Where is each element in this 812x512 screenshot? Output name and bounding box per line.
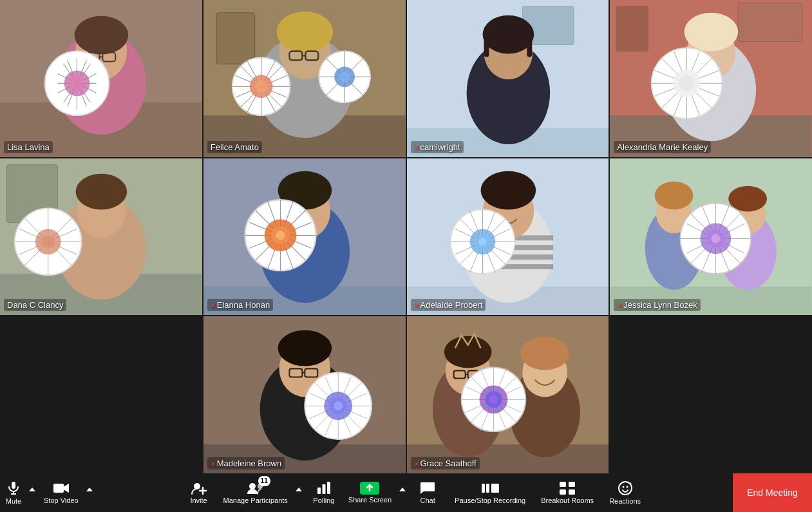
svg-rect-53 <box>527 35 532 57</box>
participant-cell-cami[interactable]: ✕camiwright <box>407 0 609 157</box>
svg-point-210 <box>626 486 628 488</box>
video-grid: Lisa Lavina <box>0 0 812 473</box>
svg-rect-204 <box>560 482 566 487</box>
participant-name-cami: ✕camiwright <box>411 141 464 153</box>
participant-name-elanna: ✕Elanna Honan <box>207 299 273 311</box>
svg-point-129 <box>655 181 694 209</box>
pause-recording-button[interactable]: Pause/Stop Recording <box>447 478 533 507</box>
svg-point-4 <box>75 16 129 55</box>
chat-icon <box>420 481 435 495</box>
chat-button[interactable]: Chat <box>408 478 447 507</box>
participant-name-alex: Alexandria Marie Kealey <box>614 141 711 153</box>
svg-point-71 <box>679 75 695 91</box>
invite-button[interactable]: Invite <box>180 478 218 507</box>
svg-point-195 <box>249 483 256 489</box>
share-screen-button-group[interactable]: Share Screen <box>343 475 408 510</box>
svg-point-51 <box>482 15 534 54</box>
svg-rect-21 <box>216 13 255 64</box>
participant-name-jessica: ✕Jessica Lynn Bozek <box>614 299 700 311</box>
video-chevron[interactable] <box>84 482 95 504</box>
svg-point-24 <box>276 12 333 53</box>
svg-point-38 <box>254 80 267 93</box>
svg-rect-191 <box>53 484 64 493</box>
svg-point-112 <box>480 171 536 209</box>
svg-rect-203 <box>491 484 499 493</box>
svg-point-149 <box>278 330 332 366</box>
manage-participants-button[interactable]: 11 Manage Participants <box>218 478 293 507</box>
share-screen-label: Share Screen <box>348 496 392 504</box>
stop-video-label: Stop Video <box>44 497 79 504</box>
participant-cell-alex[interactable]: Alexandria Marie Kealey <box>610 0 812 157</box>
svg-rect-198 <box>322 484 325 494</box>
svg-rect-197 <box>317 488 321 494</box>
participant-cell-grace[interactable]: ✕Grace Saathoff <box>407 316 609 473</box>
participant-name-adelaide: ✕Adelaide Probert <box>411 299 486 311</box>
participant-cell-jessica[interactable]: ✕Jessica Lynn Bozek <box>610 158 812 316</box>
invite-icon <box>191 481 207 495</box>
svg-rect-202 <box>486 484 489 493</box>
svg-point-45 <box>339 71 350 82</box>
manage-participants-button-group[interactable]: 11 Manage Participants <box>218 475 305 511</box>
breakout-rooms-button[interactable]: Breakout Rooms <box>533 478 601 507</box>
svg-rect-199 <box>327 482 330 494</box>
video-camera-icon <box>53 481 70 495</box>
svg-rect-205 <box>569 482 575 487</box>
svg-rect-56 <box>616 6 648 52</box>
participant-cell-adelaide[interactable]: ✕Adelaide Probert <box>407 158 609 316</box>
svg-point-77 <box>76 173 127 209</box>
svg-point-18 <box>70 75 85 91</box>
reactions-label: Reactions <box>609 497 641 505</box>
svg-point-187 <box>489 395 498 404</box>
share-screen-chevron[interactable] <box>397 482 408 504</box>
svg-point-144 <box>712 234 721 243</box>
participant-cell-dana[interactable]: Dana C Clancy <box>0 158 202 316</box>
mute-button-group[interactable]: Mute <box>0 474 39 511</box>
participants-chevron[interactable] <box>293 482 305 504</box>
svg-point-124 <box>478 238 486 245</box>
polling-icon <box>317 481 331 495</box>
end-meeting-button[interactable]: End Meeting <box>733 473 812 512</box>
svg-point-175 <box>520 337 569 370</box>
breakout-rooms-label: Breakout Rooms <box>541 497 594 504</box>
svg-rect-188 <box>12 482 15 489</box>
share-screen-button[interactable]: Share Screen <box>343 479 397 507</box>
empty-cell-1 <box>0 316 202 473</box>
reactions-button[interactable]: + Reactions <box>601 477 648 508</box>
svg-rect-206 <box>560 489 566 495</box>
participant-cell-elanna[interactable]: ✕Elanna Honan <box>203 158 406 316</box>
svg-rect-207 <box>569 489 575 495</box>
reactions-icon: + <box>618 480 633 496</box>
polling-label: Polling <box>313 497 334 504</box>
toolbar: Mute Stop Video <box>0 473 812 512</box>
empty-cell-2 <box>610 316 812 473</box>
svg-rect-52 <box>484 35 489 57</box>
mute-chevron[interactable] <box>26 482 38 504</box>
participant-name-lisa: Lisa Lavina <box>4 141 53 153</box>
end-meeting-label: End Meeting <box>747 488 798 498</box>
participant-cell-madeleine[interactable]: ✕Madeleine Brown <box>203 316 406 473</box>
participant-cell-lisa[interactable]: Lisa Lavina <box>0 0 202 157</box>
svg-point-132 <box>729 185 768 211</box>
svg-text:+: + <box>629 480 632 486</box>
manage-participants-label: Manage Participants <box>223 497 288 504</box>
svg-point-103 <box>276 231 285 240</box>
svg-point-164 <box>334 402 343 411</box>
participant-name-felice: Felice Amato <box>207 141 262 153</box>
participants-icon: 11 <box>246 481 265 495</box>
invite-label: Invite <box>190 497 207 504</box>
polling-button[interactable]: Polling <box>305 478 343 507</box>
mute-label: Mute <box>6 497 21 505</box>
participant-name-dana: Dana C Clancy <box>4 299 66 311</box>
stop-video-button-group[interactable]: Stop Video <box>39 475 95 511</box>
stop-video-button[interactable]: Stop Video <box>39 478 84 507</box>
svg-point-169 <box>444 336 491 368</box>
svg-point-60 <box>685 13 739 52</box>
svg-rect-57 <box>738 3 802 42</box>
svg-point-86 <box>42 235 55 248</box>
mute-button[interactable]: Mute <box>1 477 26 508</box>
recording-icon <box>481 481 499 495</box>
share-screen-icon <box>360 482 379 495</box>
pause-recording-label: Pause/Stop Recording <box>455 497 525 504</box>
participant-cell-felice[interactable]: Felice Amato <box>203 0 406 157</box>
microphone-icon <box>6 480 21 496</box>
